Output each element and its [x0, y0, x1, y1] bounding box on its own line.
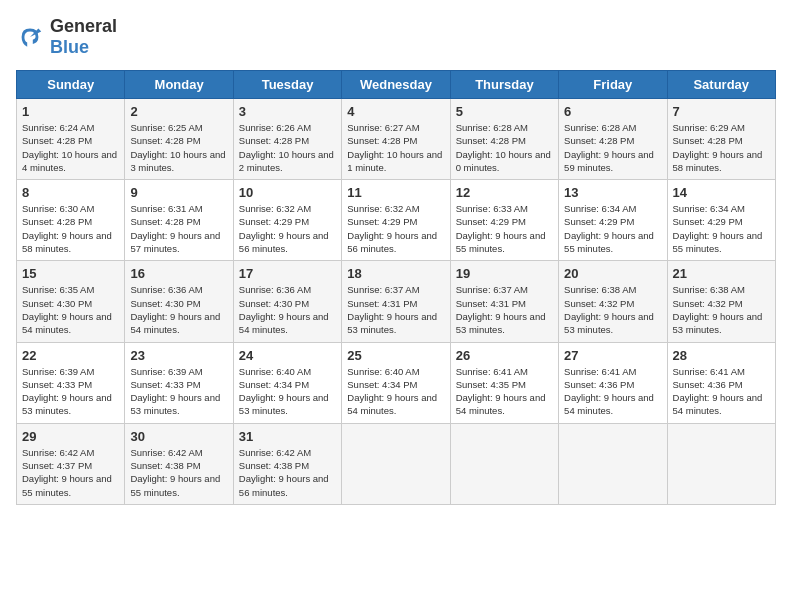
calendar-weekday: Saturday — [667, 71, 775, 99]
day-number: 28 — [673, 348, 770, 363]
calendar-cell: 5 Sunrise: 6:28 AM Sunset: 4:28 PM Dayli… — [450, 99, 558, 180]
day-number: 27 — [564, 348, 661, 363]
day-info: Sunrise: 6:39 AM Sunset: 4:33 PM Dayligh… — [22, 365, 119, 418]
day-info: Sunrise: 6:42 AM Sunset: 4:38 PM Dayligh… — [130, 446, 227, 499]
calendar-cell: 7 Sunrise: 6:29 AM Sunset: 4:28 PM Dayli… — [667, 99, 775, 180]
day-number: 6 — [564, 104, 661, 119]
day-info: Sunrise: 6:24 AM Sunset: 4:28 PM Dayligh… — [22, 121, 119, 174]
calendar-cell: 10 Sunrise: 6:32 AM Sunset: 4:29 PM Dayl… — [233, 180, 341, 261]
day-number: 2 — [130, 104, 227, 119]
day-info: Sunrise: 6:30 AM Sunset: 4:28 PM Dayligh… — [22, 202, 119, 255]
day-number: 31 — [239, 429, 336, 444]
calendar-cell: 29 Sunrise: 6:42 AM Sunset: 4:37 PM Dayl… — [17, 423, 125, 504]
calendar-cell: 11 Sunrise: 6:32 AM Sunset: 4:29 PM Dayl… — [342, 180, 450, 261]
calendar-cell — [667, 423, 775, 504]
day-info: Sunrise: 6:25 AM Sunset: 4:28 PM Dayligh… — [130, 121, 227, 174]
day-info: Sunrise: 6:28 AM Sunset: 4:28 PM Dayligh… — [564, 121, 661, 174]
calendar-week-row: 8 Sunrise: 6:30 AM Sunset: 4:28 PM Dayli… — [17, 180, 776, 261]
calendar-weekday: Monday — [125, 71, 233, 99]
calendar-cell: 15 Sunrise: 6:35 AM Sunset: 4:30 PM Dayl… — [17, 261, 125, 342]
day-number: 17 — [239, 266, 336, 281]
calendar-cell: 30 Sunrise: 6:42 AM Sunset: 4:38 PM Dayl… — [125, 423, 233, 504]
day-info: Sunrise: 6:34 AM Sunset: 4:29 PM Dayligh… — [673, 202, 770, 255]
calendar-cell: 9 Sunrise: 6:31 AM Sunset: 4:28 PM Dayli… — [125, 180, 233, 261]
day-info: Sunrise: 6:38 AM Sunset: 4:32 PM Dayligh… — [673, 283, 770, 336]
calendar-cell: 28 Sunrise: 6:41 AM Sunset: 4:36 PM Dayl… — [667, 342, 775, 423]
day-info: Sunrise: 6:35 AM Sunset: 4:30 PM Dayligh… — [22, 283, 119, 336]
calendar-cell: 1 Sunrise: 6:24 AM Sunset: 4:28 PM Dayli… — [17, 99, 125, 180]
day-number: 15 — [22, 266, 119, 281]
day-info: Sunrise: 6:39 AM Sunset: 4:33 PM Dayligh… — [130, 365, 227, 418]
day-number: 4 — [347, 104, 444, 119]
calendar-weekday: Sunday — [17, 71, 125, 99]
calendar-week-row: 1 Sunrise: 6:24 AM Sunset: 4:28 PM Dayli… — [17, 99, 776, 180]
calendar-cell: 21 Sunrise: 6:38 AM Sunset: 4:32 PM Dayl… — [667, 261, 775, 342]
calendar-cell: 20 Sunrise: 6:38 AM Sunset: 4:32 PM Dayl… — [559, 261, 667, 342]
day-number: 11 — [347, 185, 444, 200]
day-number: 16 — [130, 266, 227, 281]
calendar-weekday: Wednesday — [342, 71, 450, 99]
day-info: Sunrise: 6:33 AM Sunset: 4:29 PM Dayligh… — [456, 202, 553, 255]
day-number: 9 — [130, 185, 227, 200]
calendar-week-row: 15 Sunrise: 6:35 AM Sunset: 4:30 PM Dayl… — [17, 261, 776, 342]
day-info: Sunrise: 6:32 AM Sunset: 4:29 PM Dayligh… — [347, 202, 444, 255]
day-info: Sunrise: 6:42 AM Sunset: 4:37 PM Dayligh… — [22, 446, 119, 499]
day-info: Sunrise: 6:40 AM Sunset: 4:34 PM Dayligh… — [347, 365, 444, 418]
day-number: 24 — [239, 348, 336, 363]
day-number: 12 — [456, 185, 553, 200]
day-info: Sunrise: 6:41 AM Sunset: 4:36 PM Dayligh… — [673, 365, 770, 418]
day-info: Sunrise: 6:36 AM Sunset: 4:30 PM Dayligh… — [130, 283, 227, 336]
calendar-cell: 2 Sunrise: 6:25 AM Sunset: 4:28 PM Dayli… — [125, 99, 233, 180]
calendar-cell: 12 Sunrise: 6:33 AM Sunset: 4:29 PM Dayl… — [450, 180, 558, 261]
calendar-table: SundayMondayTuesdayWednesdayThursdayFrid… — [16, 70, 776, 505]
day-info: Sunrise: 6:32 AM Sunset: 4:29 PM Dayligh… — [239, 202, 336, 255]
day-number: 8 — [22, 185, 119, 200]
day-number: 30 — [130, 429, 227, 444]
calendar-cell: 16 Sunrise: 6:36 AM Sunset: 4:30 PM Dayl… — [125, 261, 233, 342]
day-info: Sunrise: 6:37 AM Sunset: 4:31 PM Dayligh… — [456, 283, 553, 336]
day-number: 1 — [22, 104, 119, 119]
day-info: Sunrise: 6:26 AM Sunset: 4:28 PM Dayligh… — [239, 121, 336, 174]
calendar-cell: 14 Sunrise: 6:34 AM Sunset: 4:29 PM Dayl… — [667, 180, 775, 261]
page-header: General Blue — [16, 16, 776, 58]
calendar-cell: 13 Sunrise: 6:34 AM Sunset: 4:29 PM Dayl… — [559, 180, 667, 261]
logo-blue: Blue — [50, 37, 89, 57]
day-info: Sunrise: 6:41 AM Sunset: 4:36 PM Dayligh… — [564, 365, 661, 418]
calendar-cell: 24 Sunrise: 6:40 AM Sunset: 4:34 PM Dayl… — [233, 342, 341, 423]
calendar-cell: 18 Sunrise: 6:37 AM Sunset: 4:31 PM Dayl… — [342, 261, 450, 342]
day-info: Sunrise: 6:38 AM Sunset: 4:32 PM Dayligh… — [564, 283, 661, 336]
logo-general: General — [50, 16, 117, 36]
day-number: 5 — [456, 104, 553, 119]
day-number: 23 — [130, 348, 227, 363]
calendar-weekday: Tuesday — [233, 71, 341, 99]
day-number: 7 — [673, 104, 770, 119]
calendar-cell: 25 Sunrise: 6:40 AM Sunset: 4:34 PM Dayl… — [342, 342, 450, 423]
day-number: 19 — [456, 266, 553, 281]
calendar-cell: 8 Sunrise: 6:30 AM Sunset: 4:28 PM Dayli… — [17, 180, 125, 261]
calendar-cell: 31 Sunrise: 6:42 AM Sunset: 4:38 PM Dayl… — [233, 423, 341, 504]
day-info: Sunrise: 6:28 AM Sunset: 4:28 PM Dayligh… — [456, 121, 553, 174]
day-number: 25 — [347, 348, 444, 363]
day-info: Sunrise: 6:34 AM Sunset: 4:29 PM Dayligh… — [564, 202, 661, 255]
day-info: Sunrise: 6:42 AM Sunset: 4:38 PM Dayligh… — [239, 446, 336, 499]
day-info: Sunrise: 6:40 AM Sunset: 4:34 PM Dayligh… — [239, 365, 336, 418]
day-number: 10 — [239, 185, 336, 200]
calendar-week-row: 22 Sunrise: 6:39 AM Sunset: 4:33 PM Dayl… — [17, 342, 776, 423]
day-number: 14 — [673, 185, 770, 200]
day-number: 20 — [564, 266, 661, 281]
day-info: Sunrise: 6:41 AM Sunset: 4:35 PM Dayligh… — [456, 365, 553, 418]
calendar-cell: 23 Sunrise: 6:39 AM Sunset: 4:33 PM Dayl… — [125, 342, 233, 423]
day-number: 3 — [239, 104, 336, 119]
day-number: 29 — [22, 429, 119, 444]
day-info: Sunrise: 6:31 AM Sunset: 4:28 PM Dayligh… — [130, 202, 227, 255]
calendar-cell: 19 Sunrise: 6:37 AM Sunset: 4:31 PM Dayl… — [450, 261, 558, 342]
logo: General Blue — [16, 16, 117, 58]
logo-icon — [16, 23, 44, 51]
day-number: 26 — [456, 348, 553, 363]
calendar-week-row: 29 Sunrise: 6:42 AM Sunset: 4:37 PM Dayl… — [17, 423, 776, 504]
day-number: 21 — [673, 266, 770, 281]
calendar-cell: 6 Sunrise: 6:28 AM Sunset: 4:28 PM Dayli… — [559, 99, 667, 180]
calendar-cell: 17 Sunrise: 6:36 AM Sunset: 4:30 PM Dayl… — [233, 261, 341, 342]
calendar-cell: 26 Sunrise: 6:41 AM Sunset: 4:35 PM Dayl… — [450, 342, 558, 423]
day-info: Sunrise: 6:36 AM Sunset: 4:30 PM Dayligh… — [239, 283, 336, 336]
